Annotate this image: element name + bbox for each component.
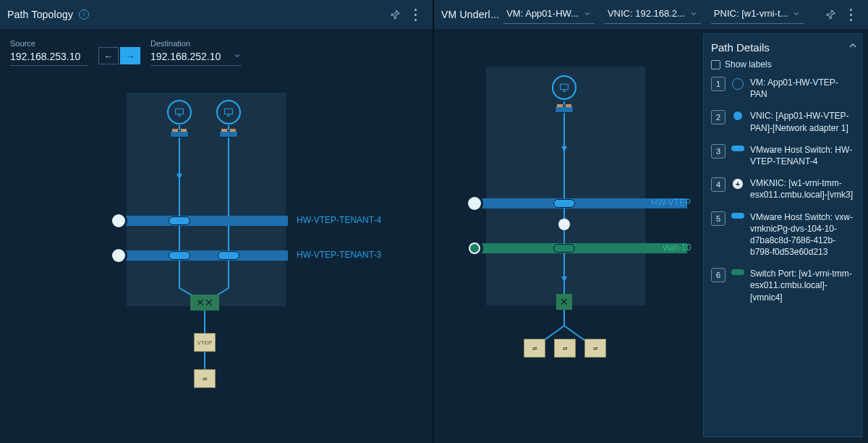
switch-pill-icon xyxy=(553,244,575,253)
svg-rect-1 xyxy=(225,109,233,114)
tenant3-bar[interactable] xyxy=(124,250,288,261)
checkbox-icon xyxy=(711,60,720,69)
vm-dropdown-value: VM: App01-HW... xyxy=(506,8,579,19)
source-label: Source xyxy=(10,39,88,48)
tenant3-label: HW-VTEP-TENANT-3 xyxy=(297,250,381,260)
pin-button[interactable] xyxy=(820,4,841,25)
tenant4-bar[interactable] xyxy=(124,216,288,226)
fabric-icon[interactable]: ✕✕ xyxy=(190,295,219,311)
collapse-icon[interactable] xyxy=(847,40,856,48)
hw-vtep-label: HW-VTEP xyxy=(651,198,691,208)
show-labels-text: Show labels xyxy=(725,59,772,69)
step-number: 2 xyxy=(711,110,726,125)
vm-icon[interactable] xyxy=(552,75,576,100)
step-type-icon xyxy=(731,110,744,133)
vm-dest-icon[interactable] xyxy=(216,100,241,125)
step-text: VMware Host Switch: HW-VTEP-TENANT-4 xyxy=(750,144,854,167)
tenant3-cap-icon xyxy=(110,247,127,264)
tenant4-label: HW-VTEP-TENANT-4 xyxy=(297,215,381,225)
svg-rect-0 xyxy=(176,109,184,114)
vlan-bar[interactable] xyxy=(479,243,687,253)
path-step[interactable]: 1VM: App01-HW-VTEP-PAN xyxy=(711,77,854,100)
left-canvas[interactable]: HW-VTEP-TENANT-4 HW-VTEP-TENANT-3 ✕✕ VTE… xyxy=(0,71,433,443)
step-type-icon: + xyxy=(731,177,744,201)
info-icon[interactable]: i xyxy=(79,9,89,20)
pin-button[interactable] xyxy=(385,4,405,25)
nic-source-icon[interactable] xyxy=(170,130,189,138)
vmknic-icon[interactable] xyxy=(558,219,570,230)
step-text: VM: App01-HW-VTEP-PAN xyxy=(750,77,854,100)
step-text: Switch Port: [w1-vrni-tmm-esx011.cmbu.lo… xyxy=(750,268,854,303)
path-step[interactable]: 6Switch Port: [w1-vrni-tmm-esx011.cmbu.l… xyxy=(711,268,854,303)
kebab-button[interactable] xyxy=(841,4,861,25)
shade-box xyxy=(127,93,286,306)
step-type-icon xyxy=(731,144,744,167)
svg-rect-2 xyxy=(561,84,569,89)
dest-value: 192.168.252.10 xyxy=(150,51,229,62)
vnic-dropdown-value: VNIC: 192.168.2... xyxy=(608,8,685,19)
path-details-title: Path Details xyxy=(711,41,854,54)
left-title: Path Topology xyxy=(7,9,73,20)
step-number: 4 xyxy=(711,177,726,192)
hw-vtep-cap-icon xyxy=(466,195,483,212)
shade-box xyxy=(486,67,645,305)
step-type-icon xyxy=(731,268,744,303)
step-text: VMware Host Switch: vxw-vmknicPg-dvs-104… xyxy=(750,211,854,258)
swap-right-button[interactable]: → xyxy=(120,47,140,64)
right-canvas[interactable]: HW-VTEP vlan-10 ✕ ⇄ ⇄ ⇄ xyxy=(434,29,700,443)
vnic-dropdown[interactable]: VNIC: 192.168.2... xyxy=(605,5,701,24)
path-step[interactable]: 4+VMKNIC: [w1-vrni-tmm-esx011.cmbu.local… xyxy=(711,177,854,201)
source-value: 192.168.253.10 xyxy=(10,51,88,62)
vm-source-icon[interactable] xyxy=(167,100,192,125)
nic-dest-icon[interactable] xyxy=(219,130,238,138)
vtep-box-icon[interactable]: VTEP xyxy=(194,333,216,352)
router-box-icon[interactable]: ⇄ xyxy=(194,369,216,388)
dest-label: Destination xyxy=(150,39,242,48)
router-box-icon[interactable]: ⇄ xyxy=(554,339,576,358)
switch-pill-icon xyxy=(169,216,190,225)
path-step[interactable]: 2VNIC: [App01-HW-VTEP-PAN]-[Network adap… xyxy=(711,110,854,133)
switch-pill-icon xyxy=(169,251,190,260)
fabric-icon[interactable]: ✕ xyxy=(556,294,572,310)
router-box-icon[interactable]: ⇄ xyxy=(584,339,606,358)
step-type-icon xyxy=(731,77,744,100)
chevron-down-icon xyxy=(792,9,801,18)
path-step[interactable]: 5VMware Host Switch: vxw-vmknicPg-dvs-10… xyxy=(711,211,854,258)
tenant4-cap-icon xyxy=(110,212,127,229)
nic-icon[interactable] xyxy=(555,106,574,113)
path-details-panel: Path Details Show labels 1VM: App01-HW-V… xyxy=(703,33,862,437)
chevron-down-icon xyxy=(583,9,592,18)
vlan-cap-icon xyxy=(466,240,483,257)
chevron-down-icon xyxy=(233,51,242,62)
step-text: VMKNIC: [w1-vrni-tmm-esx011.cmbu.local]-… xyxy=(750,177,854,201)
router-box-icon[interactable]: ⇄ xyxy=(524,339,545,358)
chevron-down-icon xyxy=(689,9,698,18)
step-number: 1 xyxy=(711,77,726,91)
step-type-icon xyxy=(731,211,744,258)
kebab-button[interactable] xyxy=(405,4,425,25)
step-number: 6 xyxy=(711,268,726,282)
step-number: 5 xyxy=(711,211,726,226)
pnic-dropdown-value: PNIC: [w1-vrni-t... xyxy=(714,8,788,19)
show-labels-checkbox[interactable]: Show labels xyxy=(711,59,854,69)
vlan-label: vlan-10 xyxy=(663,242,691,253)
pnic-dropdown[interactable]: PNIC: [w1-vrni-t... xyxy=(711,5,804,24)
switch-pill-icon xyxy=(218,251,239,260)
swap-left-button[interactable]: ← xyxy=(98,47,119,64)
source-field[interactable]: 192.168.253.10 xyxy=(10,51,88,66)
dest-field[interactable]: 192.168.252.10 xyxy=(150,51,242,66)
switch-pill-icon xyxy=(553,199,575,208)
path-step[interactable]: 3VMware Host Switch: HW-VTEP-TENANT-4 xyxy=(711,144,854,167)
right-title: VM Underl... xyxy=(441,9,499,20)
step-text: VNIC: [App01-HW-VTEP-PAN]-[Network adapt… xyxy=(750,110,854,133)
vm-dropdown[interactable]: VM: App01-HW... xyxy=(503,5,595,24)
step-number: 3 xyxy=(711,144,726,159)
